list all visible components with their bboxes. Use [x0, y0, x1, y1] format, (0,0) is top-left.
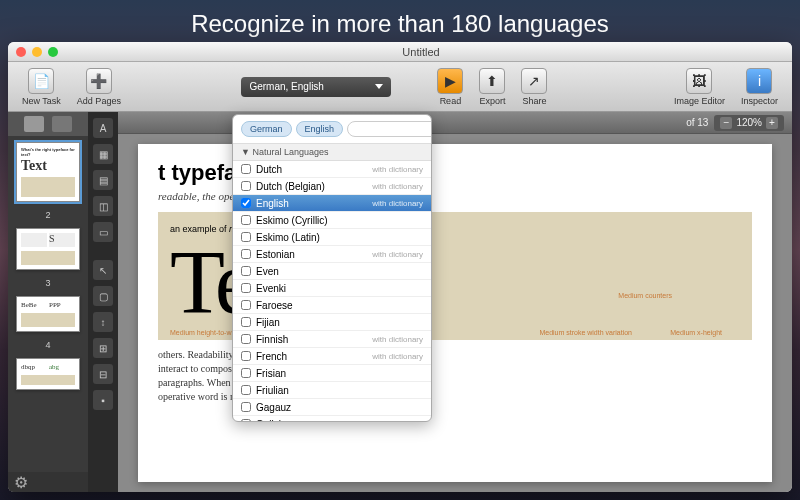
language-checkbox[interactable]	[241, 266, 251, 276]
language-checkbox[interactable]	[241, 402, 251, 412]
page-thumbnail[interactable]: What's the right typeface for text?Text	[16, 142, 80, 202]
language-token[interactable]: German	[241, 121, 292, 137]
document-canvas[interactable]: t typeface for text? readable, the opera…	[118, 134, 792, 492]
dictionary-badge: with dictionary	[372, 182, 423, 191]
zoom-control: − 120% +	[714, 115, 784, 131]
language-option[interactable]: Finnishwith dictionary	[233, 331, 431, 348]
annotation: Medium stroke width variation	[539, 329, 632, 336]
text-tool-icon[interactable]: A	[93, 118, 113, 138]
language-option[interactable]: Even	[233, 263, 431, 280]
language-checkbox[interactable]	[241, 419, 251, 421]
read-icon: ▶	[437, 68, 463, 94]
language-checkbox[interactable]	[241, 164, 251, 174]
language-option[interactable]: Englishwith dictionary	[233, 195, 431, 212]
page-indicator: of 13	[686, 117, 708, 128]
page-thumbnail[interactable]: dbqpabg	[16, 358, 80, 390]
language-label: Eskimo (Latin)	[256, 232, 423, 243]
thumbnails-tab-icon[interactable]	[24, 116, 44, 132]
language-option[interactable]: Frenchwith dictionary	[233, 348, 431, 365]
gear-icon[interactable]: ⚙	[14, 473, 28, 492]
page-thumbnail[interactable]: S	[16, 228, 80, 270]
dictionary-badge: with dictionary	[372, 352, 423, 361]
language-checkbox[interactable]	[241, 300, 251, 310]
language-option[interactable]: Friulian	[233, 382, 431, 399]
language-checkbox[interactable]	[241, 351, 251, 361]
read-button[interactable]: ▶Read	[431, 66, 469, 108]
image-tool-icon[interactable]: ▦	[93, 144, 113, 164]
page-number: 4	[45, 340, 50, 350]
language-label: French	[256, 351, 367, 362]
language-selector[interactable]: German, English	[241, 77, 391, 97]
language-checkbox[interactable]	[241, 317, 251, 327]
export-icon: ⬆	[479, 68, 505, 94]
language-checkbox[interactable]	[241, 249, 251, 259]
language-checkbox[interactable]	[241, 181, 251, 191]
language-label: Gagauz	[256, 402, 423, 413]
language-checkbox[interactable]	[241, 385, 251, 395]
select-tool-icon[interactable]: ↖	[93, 260, 113, 280]
erase-tool-icon[interactable]: ▢	[93, 286, 113, 306]
add-tool-icon[interactable]: ⊞	[93, 338, 113, 358]
new-task-icon: 📄	[28, 68, 54, 94]
language-checkbox[interactable]	[241, 283, 251, 293]
language-label: Estonian	[256, 249, 367, 260]
marketing-tagline: Recognize in more than 180 languages	[0, 10, 800, 38]
language-label: Evenki	[256, 283, 423, 294]
language-option[interactable]: Faroese	[233, 297, 431, 314]
misc-tool-icon[interactable]: ▪	[93, 390, 113, 410]
zoom-out-button[interactable]: −	[720, 117, 732, 129]
language-label: Even	[256, 266, 423, 277]
table-tool-icon[interactable]: ▤	[93, 170, 113, 190]
language-checkbox[interactable]	[241, 215, 251, 225]
outline-tab-icon[interactable]	[52, 116, 72, 132]
remove-tool-icon[interactable]: ⊟	[93, 364, 113, 384]
add-pages-button[interactable]: ➕Add Pages	[71, 66, 127, 108]
close-icon[interactable]	[16, 47, 26, 57]
language-checkbox[interactable]	[241, 334, 251, 344]
sidebar-tabs	[8, 112, 88, 136]
language-label: Faroese	[256, 300, 423, 311]
page-bar: of 13 − 120% +	[118, 112, 792, 134]
dictionary-badge: with dictionary	[372, 250, 423, 259]
language-label: Galician	[256, 419, 423, 422]
language-option[interactable]: Frisian	[233, 365, 431, 382]
language-option[interactable]: Estonianwith dictionary	[233, 246, 431, 263]
titlebar: Untitled	[8, 42, 792, 62]
language-option[interactable]: Fijian	[233, 314, 431, 331]
pointer-tool-icon[interactable]: ▭	[93, 222, 113, 242]
tool-palette: A ▦ ▤ ◫ ▭ ↖ ▢ ↕ ⊞ ⊟ ▪	[88, 112, 118, 492]
minimize-icon[interactable]	[32, 47, 42, 57]
language-list[interactable]: Dutchwith dictionaryDutch (Belgian)with …	[233, 161, 431, 421]
language-option[interactable]: Gagauz	[233, 399, 431, 416]
window-controls	[16, 47, 58, 57]
language-checkbox[interactable]	[241, 198, 251, 208]
language-option[interactable]: Evenki	[233, 280, 431, 297]
language-option[interactable]: Eskimo (Latin)	[233, 229, 431, 246]
page-thumbnail[interactable]: BeBePPP	[16, 296, 80, 332]
language-checkbox[interactable]	[241, 368, 251, 378]
inspector-icon: i	[746, 68, 772, 94]
zoom-in-button[interactable]: +	[766, 117, 778, 129]
image-editor-button[interactable]: 🖼Image Editor	[668, 66, 731, 108]
annotation: Medium x-height	[670, 329, 722, 336]
language-option[interactable]: Dutch (Belgian)with dictionary	[233, 178, 431, 195]
order-tool-icon[interactable]: ↕	[93, 312, 113, 332]
window-title: Untitled	[58, 46, 784, 58]
area-tool-icon[interactable]: ◫	[93, 196, 113, 216]
export-button[interactable]: ⬆Export	[473, 66, 511, 108]
new-task-button[interactable]: 📄New Task	[16, 66, 67, 108]
share-button[interactable]: ↗Share	[515, 66, 553, 108]
language-label: Frisian	[256, 368, 423, 379]
inspector-button[interactable]: iInspector	[735, 66, 784, 108]
language-option[interactable]: Dutchwith dictionary	[233, 161, 431, 178]
language-option[interactable]: Eskimo (Cyrillic)	[233, 212, 431, 229]
zoom-icon[interactable]	[48, 47, 58, 57]
language-label: English	[256, 198, 367, 209]
language-token[interactable]: English	[296, 121, 344, 137]
thumbnail-list: What's the right typeface for text?Text …	[8, 136, 88, 472]
language-option[interactable]: Galician	[233, 416, 431, 421]
language-search-input[interactable]	[347, 121, 432, 137]
language-label: Finnish	[256, 334, 367, 345]
language-checkbox[interactable]	[241, 232, 251, 242]
language-label: Eskimo (Cyrillic)	[256, 215, 423, 226]
